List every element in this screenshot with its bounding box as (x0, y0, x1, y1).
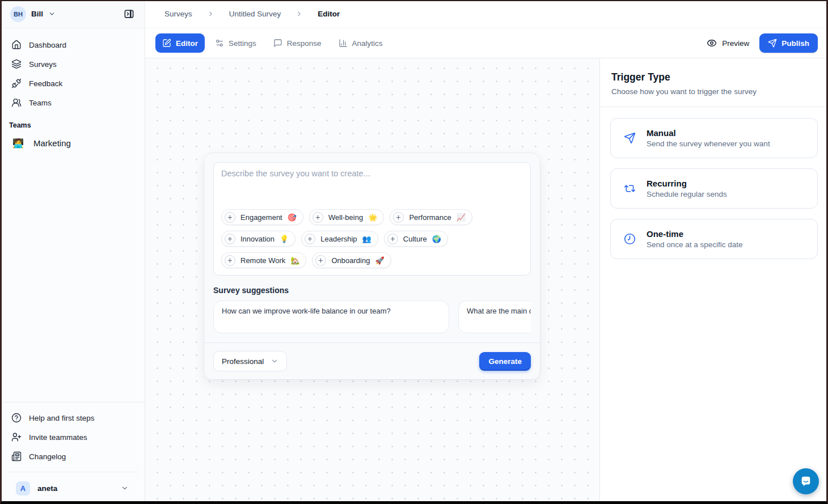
breadcrumb-untitled-survey[interactable]: Untitled Survey (229, 10, 281, 18)
trigger-panel-header: Trigger Type Choose how you want to trig… (600, 58, 828, 107)
option-description: Send once at a specific date (647, 240, 743, 249)
workspace-switcher[interactable]: BH Bill (0, 0, 145, 28)
preview-label: Preview (722, 39, 749, 48)
panel-subtitle: Choose how you want to trigger the surve… (611, 87, 817, 96)
sidebar-item-label: Dashboard (29, 41, 66, 49)
composer-footer: Professional Generate (204, 342, 540, 379)
publish-label: Publish (781, 39, 809, 48)
repeat-icon (624, 183, 636, 194)
tab-label: Settings (229, 39, 256, 48)
topic-chip-engagement[interactable]: Engagement 🎯 (221, 209, 303, 225)
sidebar-item-dashboard[interactable]: Dashboard (7, 35, 138, 54)
plus-icon (305, 234, 315, 244)
topic-chip-well-being[interactable]: Well-being 🌟 (309, 209, 384, 225)
sidebar-item-label: Teams (29, 99, 52, 107)
tab-response[interactable]: Response (267, 33, 328, 53)
main-area: Surveys Untitled Survey Editor Editor (145, 0, 828, 504)
editor-tabs: Editor Settings Response (155, 33, 390, 53)
topic-chip-remote-work[interactable]: Remote Work 🏡 (221, 252, 306, 268)
ai-survey-composer: Engagement 🎯 Well-being 🌟 (204, 153, 540, 379)
topic-emoji: 🏡 (290, 256, 299, 265)
app-window: BH Bill Dashboard (0, 0, 828, 504)
topic-emoji: 📈 (457, 213, 466, 222)
sidebar-item-teams[interactable]: Teams (7, 93, 138, 112)
topic-chip-innovation[interactable]: Innovation 💡 (221, 231, 295, 247)
chat-bubble-icon (799, 475, 813, 488)
topic-emoji: 🚀 (375, 256, 384, 265)
layers-icon (11, 59, 22, 69)
sidebar-item-label: Surveys (29, 60, 57, 69)
users-icon (11, 98, 22, 108)
topic-chip-onboarding[interactable]: Onboarding 🚀 (312, 252, 391, 268)
survey-description-input[interactable] (221, 169, 523, 209)
plus-icon (225, 255, 235, 266)
workspace-name: Bill (31, 10, 43, 18)
sidebar-item-feedback[interactable]: Feedback (7, 74, 138, 93)
sidebar: BH Bill Dashboard (0, 0, 145, 504)
sliders-icon (215, 39, 224, 48)
sidebar-item-surveys[interactable]: Surveys (7, 54, 138, 74)
editor-canvas[interactable]: Engagement 🎯 Well-being 🌟 (145, 58, 599, 504)
clock-icon (624, 233, 636, 245)
plus-icon (393, 212, 404, 223)
chevron-down-icon (121, 484, 129, 492)
tone-value: Professional (222, 357, 264, 366)
suggestion-card[interactable]: How can we improve work-life balance in … (213, 300, 449, 333)
option-description: Schedule regular sends (647, 190, 727, 198)
sidebar-item-label: Feedback (29, 79, 62, 88)
sidebar-footer: Help and first steps Invite teammates Ch… (0, 402, 145, 504)
preview-button[interactable]: Preview (701, 35, 755, 52)
tab-label: Analytics (352, 39, 383, 48)
topic-chip-performance[interactable]: Performance 📈 (390, 209, 472, 225)
chat-launcher-button[interactable] (793, 468, 819, 494)
plus-icon (312, 212, 323, 223)
chevron-down-icon (271, 357, 278, 365)
tab-label: Editor (176, 39, 198, 48)
suggestion-card[interactable]: What are the main ob (458, 300, 531, 333)
user-menu[interactable]: A aneta (11, 477, 133, 499)
topic-emoji: 🎯 (288, 213, 297, 222)
team-emoji: 🧑‍💻 (12, 138, 24, 149)
option-title: Manual (647, 128, 770, 138)
home-icon (11, 40, 22, 50)
topic-emoji: 🌟 (368, 213, 377, 222)
team-label: Marketing (33, 138, 71, 148)
trigger-option-manual[interactable]: Manual Send the survey whenever you want (610, 118, 818, 158)
sidebar-toggle-button[interactable] (121, 6, 137, 22)
trigger-options: Manual Send the survey whenever you want… (600, 107, 828, 270)
panel-toggle-icon (124, 9, 134, 19)
sidebar-item-help[interactable]: Help and first steps (7, 408, 138, 427)
suggestions-title: Survey suggestions (213, 286, 531, 295)
sidebar-nav: Dashboard Surveys Feedback Teams (0, 28, 145, 154)
plus-icon (225, 234, 235, 244)
topic-chip-leadership[interactable]: Leadership 👥 (301, 231, 378, 247)
trigger-option-recurring[interactable]: Recurring Schedule regular sends (610, 168, 818, 209)
message-icon (273, 39, 282, 48)
sidebar-item-marketing[interactable]: 🧑‍💻 Marketing (7, 132, 138, 154)
trigger-option-one-time[interactable]: One-time Send once at a specific date (610, 219, 818, 259)
topic-chip-culture[interactable]: Culture 🌍 (384, 231, 448, 247)
tab-analytics[interactable]: Analytics (332, 33, 390, 53)
topic-chips: Engagement 🎯 Well-being 🌟 (221, 209, 523, 268)
chart-icon (339, 39, 348, 48)
chevron-down-icon (48, 10, 56, 18)
topic-emoji: 👥 (362, 235, 371, 243)
tab-editor[interactable]: Editor (155, 33, 205, 53)
help-circle-icon (11, 413, 22, 423)
tab-settings[interactable]: Settings (208, 33, 263, 53)
breadcrumb-editor: Editor (318, 10, 340, 18)
user-avatar: A (16, 481, 30, 495)
send-icon (624, 132, 636, 144)
publish-button[interactable]: Publish (759, 33, 818, 53)
option-title: One-time (647, 229, 743, 239)
breadcrumb-surveys[interactable]: Surveys (164, 10, 192, 18)
sidebar-item-invite[interactable]: Invite teammates (7, 427, 138, 447)
tone-select[interactable]: Professional (213, 351, 287, 371)
generate-button[interactable]: Generate (479, 352, 531, 371)
workspace-avatar: BH (10, 6, 26, 22)
topic-emoji: 🌍 (432, 235, 441, 243)
sidebar-item-changelog[interactable]: Changelog (7, 447, 138, 466)
prompt-box: Engagement 🎯 Well-being 🌟 (213, 162, 531, 276)
chevron-right-icon (295, 10, 303, 18)
teams-section-label: Teams (9, 121, 136, 129)
